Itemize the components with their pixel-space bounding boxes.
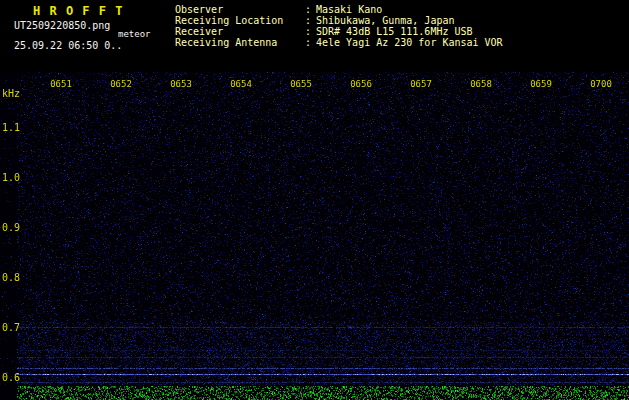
info-row-observer: Observer:Masaki Kano [175, 4, 503, 15]
y-axis-unit-label: kHz [2, 88, 20, 99]
y-tick-label: 0.7 [2, 322, 20, 333]
info-row-antenna: Receiving Antenna:4ele Yagi Az 230 for K… [175, 37, 503, 48]
x-tick-label: 0655 [288, 79, 314, 89]
x-tick-label: 0658 [468, 79, 494, 89]
info-value: SDR# 43dB L15 111.6MHz USB [316, 26, 473, 37]
info-label: Observer [175, 4, 305, 15]
info-label: Receiver [175, 26, 305, 37]
info-value: Shibukawa, Gunma, Japan [316, 15, 454, 26]
y-tick-label: 0.8 [2, 272, 20, 283]
x-tick-label: 0656 [348, 79, 374, 89]
info-separator: : [305, 4, 316, 15]
x-tick-label: 0652 [108, 79, 134, 89]
y-tick-label: 0.6 [2, 372, 20, 383]
y-tick-label: 0.9 [2, 222, 20, 233]
capture-tag: meteor [118, 29, 151, 39]
x-tick-label: 0651 [48, 79, 74, 89]
x-tick-label: 0700 [588, 79, 614, 89]
y-tick-label: 1.0 [2, 172, 20, 183]
app-title: H R O F F T [33, 4, 123, 18]
x-tick-label: 0654 [228, 79, 254, 89]
x-tick-label: 0657 [408, 79, 434, 89]
info-separator: : [305, 26, 316, 37]
spectrogram-canvas [0, 72, 629, 400]
info-label: Receiving Location [175, 15, 305, 26]
info-separator: : [305, 37, 316, 48]
info-value: Masaki Kano [316, 4, 382, 15]
info-row-location: Receiving Location:Shibukawa, Gunma, Jap… [175, 15, 503, 26]
hrofft-screen: H R O F F T UT2509220850.png meteor 25.0… [0, 0, 629, 400]
info-value: 4ele Yagi Az 230 for Kansai VOR [316, 37, 503, 48]
observation-info: Observer:Masaki Kano Receiving Location:… [175, 4, 503, 48]
x-tick-label: 0653 [168, 79, 194, 89]
capture-timestamp: 25.09.22 06:50 0.. [14, 40, 122, 51]
x-tick-label: 0659 [528, 79, 554, 89]
info-row-receiver: Receiver:SDR# 43dB L15 111.6MHz USB [175, 26, 503, 37]
info-label: Receiving Antenna [175, 37, 305, 48]
info-separator: : [305, 15, 316, 26]
y-tick-label: 1.1 [2, 122, 20, 133]
capture-filename: UT2509220850.png [14, 20, 110, 31]
